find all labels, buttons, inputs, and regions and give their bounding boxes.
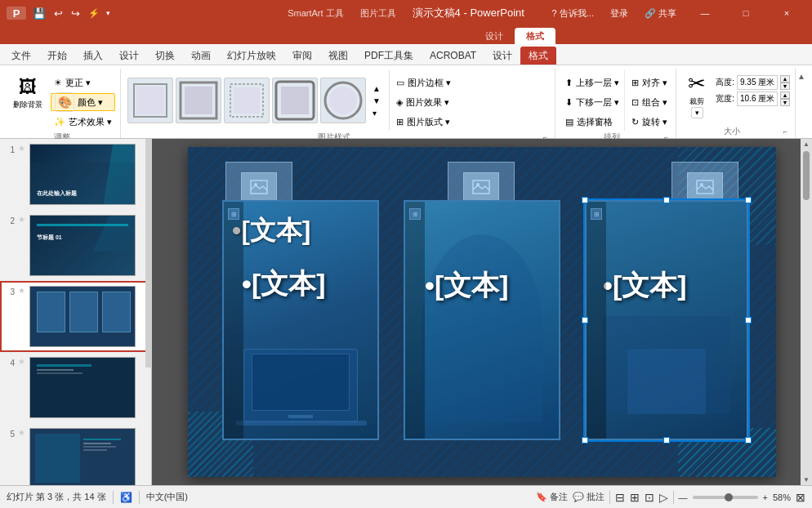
style-thumb-3[interactable]	[224, 78, 270, 123]
color-swatch-box: 🎨	[55, 92, 74, 112]
style-thumb-5[interactable]	[320, 78, 366, 123]
scroll-up-btn[interactable]: ▲	[801, 139, 811, 149]
tab-ctx-format[interactable]: 格式	[520, 47, 556, 65]
tab-animations[interactable]: 动画	[183, 47, 219, 65]
slide-thumb-1[interactable]: 1 ★ 在此处输入标题	[0, 139, 151, 210]
status-bar: 幻灯片 第 3 张，共 14 张 ♿ 中文(中国) 🔖 备注 💬 批注 ⊟ ⊞ …	[0, 485, 812, 508]
style-thumb-4[interactable]	[272, 78, 318, 123]
context-tab-format[interactable]: 格式	[515, 28, 555, 44]
share-btn[interactable]: 🔗 共享	[638, 7, 683, 20]
remove-bg-label: 删除背景	[13, 100, 42, 109]
crop-btn[interactable]: ✂ 裁剪	[683, 72, 711, 106]
tab-file[interactable]: 文件	[3, 47, 39, 65]
height-down[interactable]: ▼	[780, 82, 790, 90]
remove-bg-btn[interactable]: 🖼 删除背景	[8, 70, 47, 116]
tab-pdf[interactable]: PDF工具集	[356, 47, 422, 65]
accessibility-icon[interactable]: ♿	[120, 492, 132, 503]
tab-design[interactable]: 设计	[111, 47, 147, 65]
img-placeholder-icon-2	[463, 172, 499, 202]
picture-layout-btn[interactable]: ⊞ 图片版式 ▾	[393, 113, 454, 131]
crop-dropdown[interactable]: ▾	[691, 107, 703, 118]
expand-styles[interactable]: ▾	[371, 107, 382, 119]
picture-effects-btn[interactable]: ◈ 图片效果 ▾	[393, 93, 454, 111]
bring-forward-btn[interactable]: ⬆ 上移一层 ▾	[562, 74, 622, 91]
width-down[interactable]: ▼	[780, 99, 790, 106]
photo-frame-2[interactable]: •[文本] ⊞	[404, 200, 560, 440]
tab-review[interactable]: 审阅	[284, 47, 320, 65]
width-input[interactable]	[737, 91, 778, 106]
corrections-btn[interactable]: ☀ 更正 ▾	[51, 74, 115, 91]
selection-pane-btn[interactable]: ▤ 选择窗格	[562, 113, 622, 131]
width-up[interactable]: ▲	[780, 91, 790, 99]
rotate-btn[interactable]: ↻ 旋转 ▾	[628, 113, 671, 131]
notes-btn[interactable]: 💬 批注	[573, 491, 605, 503]
quick-access-dropdown[interactable]: ▾	[106, 9, 110, 17]
slide-thumb-3[interactable]: 3 ★	[0, 281, 151, 352]
zoom-in-btn[interactable]: +	[763, 492, 768, 502]
language[interactable]: 中文(中国)	[146, 491, 188, 503]
view-normal-btn[interactable]: ⊟	[615, 491, 625, 504]
minimize-btn[interactable]: —	[686, 0, 724, 26]
art-effects-btn[interactable]: ✨ 艺术效果 ▾	[51, 113, 115, 131]
picture-layout-icon: ⊞	[396, 117, 404, 127]
login-btn[interactable]: 登录	[604, 7, 635, 20]
canvas-scrollbar-v[interactable]: ▲ ▼	[801, 139, 812, 485]
scroll-up-styles[interactable]: ▲	[371, 82, 382, 95]
size-expand[interactable]: ⌐	[781, 127, 790, 136]
style-thumb-1[interactable]	[127, 78, 173, 123]
ribbon-collapse-btn[interactable]: ▲	[797, 69, 809, 138]
style-thumb-2[interactable]	[176, 78, 221, 123]
color-btn[interactable]: 🎨 颜色 ▾	[51, 93, 115, 111]
tab-transitions[interactable]: 切换	[147, 47, 183, 65]
tab-insert[interactable]: 插入	[75, 47, 111, 65]
zoom-slider[interactable]	[693, 496, 758, 499]
scroll-down-styles[interactable]: ▼	[371, 95, 382, 107]
fit-window-btn[interactable]: ⊠	[796, 491, 805, 504]
picture-border-btn[interactable]: ▭ 图片边框 ▾	[393, 74, 454, 91]
tab-home[interactable]: 开始	[39, 47, 75, 65]
maximize-btn[interactable]: □	[727, 0, 765, 26]
scroll-thumb-v[interactable]	[803, 151, 810, 200]
send-backward-label: 下移一层 ▾	[576, 96, 619, 109]
slide-panel-scrollbar[interactable]	[145, 139, 152, 368]
size-inputs: 高度: ▲ ▼ 宽度: ▲ ▼	[716, 70, 790, 106]
app-icon: P	[7, 7, 26, 20]
photo-frame-3[interactable]: •[文本] ⊞	[585, 200, 748, 440]
quick-access-flash[interactable]: ⚡	[87, 8, 101, 19]
send-backward-btn[interactable]: ⬇ 下移一层 ▾	[562, 93, 622, 111]
context-tab-design[interactable]: 设计	[474, 28, 515, 44]
height-spin[interactable]: ▲ ▼	[780, 75, 790, 90]
tab-slideshow[interactable]: 幻灯片放映	[219, 47, 284, 65]
close-btn[interactable]: ×	[768, 0, 805, 26]
notes-label: 批注	[587, 491, 605, 503]
tab-ctx-design[interactable]: 设计	[484, 47, 520, 65]
height-input[interactable]	[737, 75, 778, 90]
help-btn[interactable]: ? 告诉我...	[546, 7, 600, 20]
canvas-area: •[文本] ⊞ •[文本] •[文本] ⊞	[152, 139, 812, 485]
quick-access-redo[interactable]: ↪	[69, 7, 82, 20]
slide-num-4: 4	[3, 357, 15, 368]
view-reading-btn[interactable]: ⊡	[645, 491, 654, 504]
group-btn[interactable]: ⊡ 组合 ▾	[628, 93, 671, 111]
picture-effects-label: 图片效果 ▾	[406, 96, 449, 109]
slide-thumb-4[interactable]: 4 ★	[0, 352, 151, 423]
svg-rect-7	[281, 87, 309, 114]
zoom-out-btn[interactable]: —	[679, 492, 688, 502]
tab-view[interactable]: 视图	[320, 47, 356, 65]
style-thumbnails	[127, 78, 366, 123]
view-slideshow-btn[interactable]: ▷	[659, 491, 668, 504]
align-btn[interactable]: ⊞ 对齐 ▾	[628, 74, 671, 91]
slide-thumb-2[interactable]: 2 ★ 节标题 01	[0, 210, 151, 281]
tab-acrobat[interactable]: ACROBAT	[422, 47, 484, 65]
height-up[interactable]: ▲	[780, 75, 790, 82]
svg-rect-3	[185, 87, 212, 114]
width-spin[interactable]: ▲ ▼	[780, 91, 790, 106]
status-divider-3	[609, 491, 610, 504]
comments-btn[interactable]: 🔖 备注	[536, 491, 568, 503]
zoom-thumb[interactable]	[725, 493, 733, 501]
quick-access-save[interactable]: 💾	[31, 7, 47, 20]
view-slide-sorter-btn[interactable]: ⊞	[630, 491, 640, 504]
slide-thumb-5[interactable]: 5 ★	[0, 423, 151, 485]
scroll-down-btn[interactable]: ▼	[801, 475, 811, 485]
quick-access-undo[interactable]: ↩	[52, 7, 65, 20]
